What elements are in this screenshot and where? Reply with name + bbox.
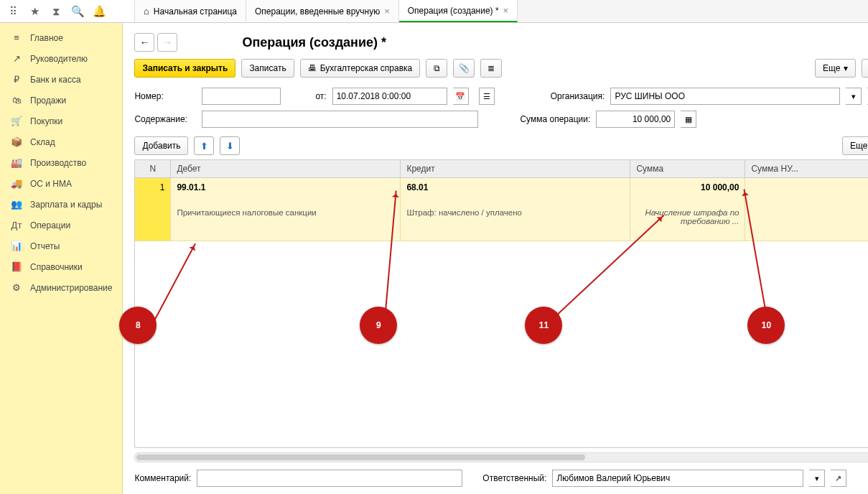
topbar: ⠿ ★ ⧗ 🔍 🔔 ⌂ Начальная страница Операции,… bbox=[0, 0, 868, 23]
print-button[interactable]: 🖶Бухгалтерская справка bbox=[300, 59, 421, 78]
horizontal-scrollbar[interactable] bbox=[134, 452, 868, 462]
search-icon[interactable]: 🔍 bbox=[69, 3, 86, 20]
sidebar-item-label: Зарплата и кадры bbox=[30, 200, 102, 210]
sidebar-item-admin[interactable]: ⚙Администрирование bbox=[0, 277, 122, 298]
comment-label: Комментарий: bbox=[134, 473, 191, 483]
cell-debit[interactable]: 99.01.1 Причитающиеся налоговые санкции bbox=[171, 178, 401, 241]
cell-n: 1 bbox=[135, 178, 171, 241]
th-sum: Сумма bbox=[630, 160, 745, 177]
header-row: ← → Операция (создание) * × bbox=[123, 23, 868, 59]
th-n: N bbox=[135, 160, 171, 177]
sidebar-item-reports[interactable]: 📊Отчеты bbox=[0, 236, 122, 256]
content-input[interactable] bbox=[202, 111, 478, 128]
bell-icon[interactable]: 🔔 bbox=[90, 3, 108, 20]
sidebar-item-label: Продажи bbox=[30, 95, 66, 106]
sidebar-item-operations[interactable]: ДтОперации bbox=[0, 215, 122, 236]
tab-home[interactable]: ⌂ Начальная страница bbox=[135, 0, 246, 22]
content: ← → Операция (создание) * × Записать и з… bbox=[123, 23, 868, 494]
sum-value: 10 000,00 bbox=[636, 182, 739, 192]
book-icon: 📕 bbox=[10, 261, 23, 272]
forward-button[interactable]: → bbox=[157, 33, 177, 52]
sum-input[interactable] bbox=[596, 111, 675, 128]
save-button[interactable]: Записать bbox=[241, 59, 294, 78]
calc-icon[interactable]: ▦ bbox=[681, 111, 696, 128]
sidebar-item-label: Главное bbox=[30, 33, 63, 43]
report-icon: 📊 bbox=[10, 241, 23, 251]
sidebar-item-bank[interactable]: ₽Банк и касса bbox=[0, 69, 122, 90]
dropdown-icon[interactable]: ▾ bbox=[809, 470, 825, 487]
scrollbar-thumb[interactable] bbox=[136, 455, 585, 460]
btn-label: Добавить bbox=[142, 141, 180, 151]
sidebar-item-purchases[interactable]: 🛒Покупки bbox=[0, 111, 122, 131]
debit-account: 99.01.1 bbox=[177, 182, 394, 192]
factory-icon: 🏭 bbox=[10, 157, 23, 168]
tab-label: Операция (создание) * bbox=[408, 6, 499, 16]
sidebar-item-sales[interactable]: 🛍Продажи bbox=[0, 90, 122, 111]
dropdown-icon[interactable]: ▾ bbox=[846, 88, 862, 105]
credit-account: 68.01 bbox=[406, 182, 624, 192]
close-button[interactable]: × bbox=[865, 36, 868, 49]
sidebar-item-label: Банк и касса bbox=[30, 75, 81, 85]
sum-desc: Начисление штрафа по требованию ... bbox=[636, 208, 739, 225]
cell-credit[interactable]: 68.01 Штраф: начислено / уплачено bbox=[401, 178, 630, 241]
number-label: Номер: bbox=[134, 91, 196, 101]
apps-icon[interactable]: ⠿ bbox=[4, 3, 22, 20]
th-credit: Кредит bbox=[401, 160, 630, 177]
help-button[interactable]: ? bbox=[862, 59, 868, 78]
form-row-number: Номер: от: 📅 ☰ Организация: ▾ ↗ bbox=[123, 85, 868, 108]
sidebar-item-production[interactable]: 🏭Производство bbox=[0, 152, 122, 173]
comment-input[interactable] bbox=[197, 470, 462, 487]
sidebar-item-warehouse[interactable]: 📦Склад bbox=[0, 131, 122, 152]
print-icon: 🖶 bbox=[308, 63, 317, 73]
debit-desc: Причитающиеся налоговые санкции bbox=[177, 208, 394, 217]
star-icon[interactable]: ★ bbox=[26, 3, 43, 20]
sidebar-item-label: Руководителю bbox=[30, 54, 88, 64]
ruble-icon: ₽ bbox=[10, 74, 23, 85]
back-button[interactable]: ← bbox=[134, 33, 154, 52]
sidebar-item-label: Операции bbox=[30, 220, 70, 230]
calendar-icon[interactable]: 📅 bbox=[453, 88, 469, 105]
responsible-input[interactable] bbox=[552, 470, 803, 487]
close-icon[interactable]: × bbox=[384, 6, 390, 17]
sidebar-item-label: Склад bbox=[30, 137, 55, 147]
sidebar-item-refs[interactable]: 📕Справочники bbox=[0, 256, 122, 277]
more-button[interactable]: Еще ▾ bbox=[815, 59, 856, 78]
open-resp-icon[interactable]: ↗ bbox=[831, 470, 846, 487]
sidebar-item-label: Производство bbox=[30, 158, 86, 168]
credit-desc: Штраф: начислено / уплачено bbox=[406, 208, 624, 217]
th-sumnu: Сумма НУ... bbox=[745, 160, 868, 177]
history-icon[interactable]: ⧗ bbox=[47, 3, 65, 20]
move-up-button[interactable]: ⬆ bbox=[194, 136, 214, 155]
extra-button[interactable]: ☰ bbox=[479, 88, 495, 105]
org-input[interactable] bbox=[610, 88, 840, 105]
link-button[interactable]: ⧉ bbox=[426, 59, 447, 78]
tab-op-create[interactable]: Операция (создание) * × bbox=[399, 0, 518, 22]
sidebar-item-assets[interactable]: 🚚ОС и НМА bbox=[0, 173, 122, 194]
content-label: Содержание: bbox=[134, 114, 196, 124]
sidebar-item-main[interactable]: ≡Главное bbox=[0, 27, 122, 48]
table-row[interactable]: 1 99.01.1 Причитающиеся налоговые санкци… bbox=[135, 178, 868, 241]
from-label: от: bbox=[315, 91, 326, 101]
form-row-content: Содержание: Сумма операции: ▦ bbox=[123, 108, 868, 131]
tab-ops-manual[interactable]: Операции, введенные вручную × bbox=[246, 0, 399, 22]
add-row-button[interactable]: Добавить bbox=[134, 136, 188, 155]
cell-sumnu[interactable] bbox=[745, 178, 868, 241]
date-input[interactable] bbox=[332, 88, 447, 105]
save-and-close-button[interactable]: Записать и закрыть bbox=[134, 59, 235, 78]
table-more-button[interactable]: Еще ▾ bbox=[842, 136, 868, 155]
list-button[interactable]: ≣ bbox=[480, 59, 502, 78]
close-icon[interactable]: × bbox=[503, 5, 509, 16]
sidebar: ≡Главное ↗Руководителю ₽Банк и касса 🛍Пр… bbox=[0, 23, 123, 494]
number-input[interactable] bbox=[202, 88, 281, 105]
table: N Дебет Кредит Сумма Сумма НУ... 1 99.01… bbox=[134, 159, 868, 448]
cell-sum[interactable]: 10 000,00 Начисление штрафа по требовани… bbox=[630, 178, 745, 241]
sidebar-item-salary[interactable]: 👥Зарплата и кадры bbox=[0, 194, 122, 215]
sidebar-item-label: Отчеты bbox=[30, 241, 60, 251]
attach-button[interactable]: 📎 bbox=[453, 59, 475, 78]
sidebar-item-label: ОС и НМА bbox=[30, 179, 72, 189]
sidebar-item-manager[interactable]: ↗Руководителю bbox=[0, 48, 122, 69]
menu-icon: ≡ bbox=[10, 32, 23, 43]
btn-label: Еще bbox=[823, 63, 840, 73]
org-label: Организация: bbox=[551, 91, 605, 101]
move-down-button[interactable]: ⬇ bbox=[220, 136, 240, 155]
